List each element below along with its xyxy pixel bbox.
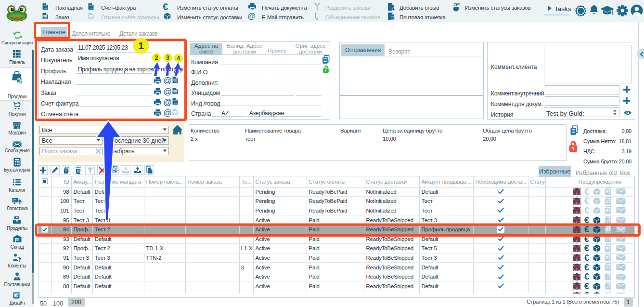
- svg-text:4: 4: [177, 55, 180, 62]
- svg-text:2: 2: [155, 54, 158, 61]
- svg-text:1: 1: [138, 40, 144, 51]
- svg-text:3: 3: [166, 54, 169, 61]
